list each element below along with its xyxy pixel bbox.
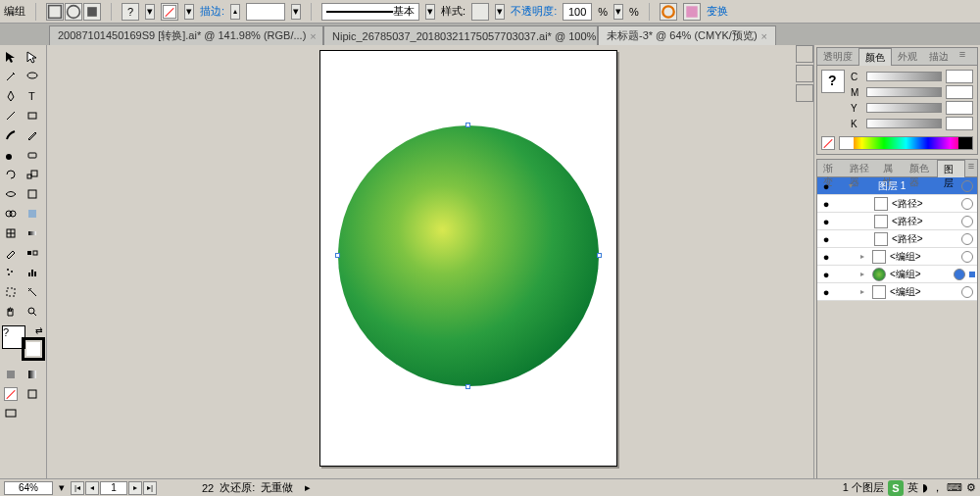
document-tab-3[interactable]: 未标题-3* @ 64% (CMYK/预览) × [598, 25, 776, 45]
mesh-tool[interactable] [0, 223, 22, 243]
layer-row[interactable]: ● <路径> [817, 230, 977, 248]
fill-dropdown[interactable]: ▾ [184, 4, 194, 20]
target-icon[interactable] [954, 269, 965, 280]
item-name[interactable]: <路径> [890, 197, 961, 211]
k-value[interactable] [946, 117, 973, 130]
shape-builder-tool[interactable] [0, 204, 22, 223]
layer-row[interactable]: ● ▾ 图层 1 [817, 177, 977, 195]
target-icon[interactable] [961, 198, 973, 210]
color-panel-swatch[interactable] [821, 70, 845, 93]
tab-transparency[interactable]: 透明度 [817, 48, 858, 65]
m-slider[interactable] [866, 87, 942, 97]
perspective-tool[interactable] [22, 204, 43, 223]
style-dropdown[interactable]: ▾ [495, 4, 505, 20]
spectrum-bar[interactable] [839, 136, 973, 150]
fill-stroke-swatch[interactable]: ? ⇄ [2, 325, 45, 361]
target-icon[interactable] [961, 180, 973, 192]
stroke-swatch[interactable] [22, 337, 45, 361]
y-slider[interactable] [866, 103, 942, 113]
expand-toggle[interactable]: ▾ [849, 181, 858, 190]
collapsed-panel-icon-1[interactable] [796, 45, 813, 63]
eraser-tool[interactable] [22, 145, 43, 165]
rotate-tool[interactable] [0, 165, 22, 184]
layer-row[interactable]: ● ▸ <编组> [817, 266, 977, 283]
gear-icon[interactable]: ⚙ [966, 481, 976, 494]
layer-name[interactable]: 图层 1 [876, 179, 961, 193]
type-tool[interactable]: T [22, 86, 43, 106]
align-btn-2[interactable] [65, 3, 82, 21]
paintbrush-tool[interactable] [0, 125, 22, 145]
tab-appearance[interactable]: 外观 [892, 48, 923, 65]
close-icon[interactable]: × [761, 30, 767, 42]
tab-swatches[interactable]: 颜色器 [904, 160, 937, 176]
layer-row[interactable]: ● ▸ <编组> [817, 248, 977, 266]
target-icon[interactable] [961, 251, 973, 263]
scale-tool[interactable] [22, 165, 43, 184]
item-name[interactable]: <路径> [890, 215, 961, 228]
width-tool[interactable] [0, 184, 22, 204]
y-value[interactable] [946, 101, 973, 115]
ime-badge-icon[interactable]: S [888, 480, 904, 496]
m-value[interactable] [946, 85, 973, 99]
keyboard-icon[interactable]: ⌨ [947, 481, 962, 494]
item-name[interactable]: <编组> [888, 268, 954, 281]
layer-row[interactable]: ● <路径> [817, 195, 977, 213]
ime-lang[interactable]: 英 [907, 480, 918, 495]
target-icon[interactable] [961, 233, 973, 245]
collapsed-panel-icon-2[interactable] [796, 65, 813, 82]
align-btn-3[interactable] [83, 3, 101, 21]
hand-tool[interactable] [0, 302, 22, 322]
brush-definition-select[interactable]: 基本 [321, 3, 419, 21]
opacity-dropdown[interactable]: ▾ [613, 4, 623, 20]
blend-tool[interactable] [22, 243, 43, 263]
panel-menu-icon[interactable]: ≡ [955, 48, 970, 65]
target-icon[interactable] [961, 286, 973, 298]
brush-dropdown[interactable]: ▾ [425, 4, 435, 20]
style-swatch[interactable] [471, 3, 489, 21]
c-value[interactable] [946, 70, 973, 83]
selection-tool[interactable] [0, 47, 22, 67]
visibility-toggle[interactable]: ● [817, 269, 835, 280]
stroke-link[interactable]: 描边: [200, 4, 224, 19]
eyedropper-tool[interactable] [0, 243, 22, 263]
item-name[interactable]: <路径> [890, 232, 961, 246]
transform-link[interactable]: 变换 [707, 4, 728, 19]
direct-selection-tool[interactable] [22, 47, 43, 67]
status-chevron[interactable]: ▸ [305, 481, 311, 494]
opacity-link[interactable]: 不透明度: [511, 4, 557, 19]
gradient-tool[interactable] [22, 223, 43, 243]
zoom-dropdown[interactable]: ▾ [59, 481, 65, 494]
visibility-toggle[interactable]: ● [817, 180, 835, 192]
recolor-icon[interactable] [660, 3, 677, 21]
stroke-weight-dropdown[interactable]: ▾ [291, 4, 301, 20]
tab-pathfinder[interactable]: 路径器 [844, 160, 877, 176]
layer-row[interactable]: ● <路径> [817, 213, 977, 230]
target-icon[interactable] [961, 216, 973, 227]
artboard-tool[interactable] [0, 282, 22, 302]
tab-layers[interactable]: 图层 [937, 160, 965, 177]
none-mode-btn[interactable] [0, 384, 22, 404]
help-dropdown[interactable]: ▾ [145, 4, 155, 20]
opacity-input[interactable] [563, 3, 592, 21]
artboard-number-input[interactable] [100, 481, 127, 495]
c-slider[interactable] [866, 72, 942, 81]
expand-toggle[interactable]: ▸ [860, 270, 870, 278]
expand-toggle[interactable]: ▸ [860, 252, 870, 261]
stroke-weight-up[interactable]: ▴ [230, 4, 240, 20]
blob-brush-tool[interactable] [0, 145, 22, 165]
swap-fill-stroke-icon[interactable]: ⇄ [35, 325, 43, 335]
prev-artboard-btn[interactable]: ◂ [85, 481, 99, 495]
expand-toggle[interactable]: ▸ [860, 287, 870, 296]
visibility-toggle[interactable]: ● [817, 198, 835, 210]
k-slider[interactable] [866, 119, 942, 128]
free-transform-tool[interactable] [22, 184, 43, 204]
document-tab-2[interactable]: Nipic_26785037_20180321175057703037.ai* … [323, 25, 598, 45]
pencil-tool[interactable] [22, 125, 43, 145]
moon-icon[interactable]: ◗ [922, 481, 928, 494]
item-name[interactable]: <编组> [888, 250, 961, 264]
canvas-area[interactable] [47, 45, 813, 478]
document-tab-1[interactable]: 20087101450169S9 [转换].ai* @ 141.98% (RGB… [49, 25, 323, 45]
last-artboard-btn[interactable]: ▸| [143, 481, 157, 495]
pen-tool[interactable] [0, 86, 22, 106]
tab-color[interactable]: 颜色 [858, 48, 892, 66]
